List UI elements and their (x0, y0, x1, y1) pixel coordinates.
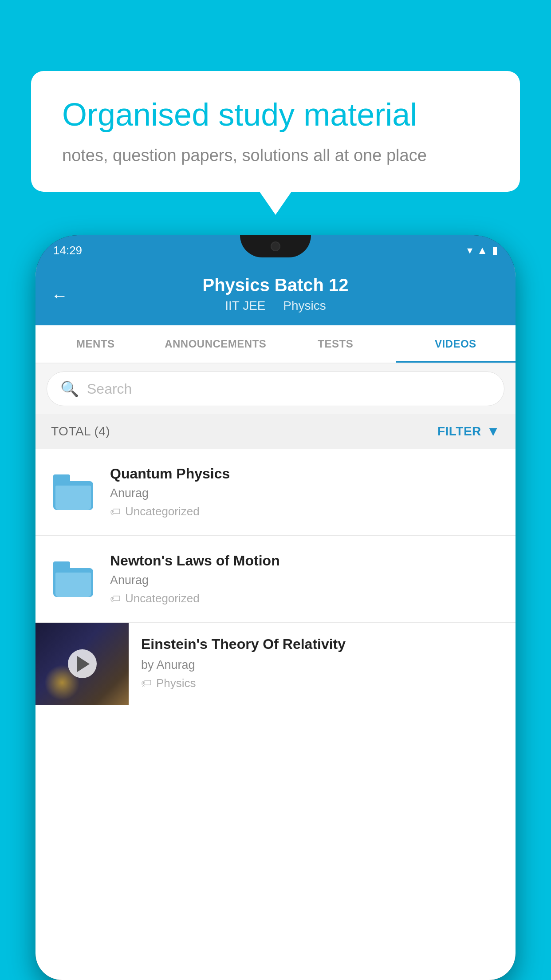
einstein-tag-text: Physics (156, 676, 196, 690)
status-time: 14:29 (53, 244, 82, 257)
back-button[interactable]: ← (51, 286, 68, 305)
einstein-author: by Anurag (141, 658, 504, 672)
phone-screen: ← Physics Batch 12 IIT JEE Physics MENTS… (35, 265, 516, 980)
search-box[interactable]: 🔍 Search (47, 371, 504, 406)
tag-iit-jee: IIT JEE (225, 299, 265, 312)
video-tag-text-newton: Uncategorized (125, 592, 200, 605)
einstein-info: Einstein's Theory Of Relativity by Anura… (129, 623, 516, 703)
tag-icon-quantum: 🏷 (110, 506, 121, 518)
video-tag-quantum: 🏷 Uncategorized (110, 505, 502, 518)
video-author-newton: Anurag (110, 573, 502, 587)
einstein-tag: 🏷 Physics (141, 676, 504, 690)
filter-funnel-icon: ▼ (487, 424, 500, 439)
bubble-title: Organised study material (62, 95, 489, 134)
folder-icon-quantum (53, 474, 93, 510)
filter-bar: TOTAL (4) FILTER ▼ (35, 414, 516, 449)
wifi-icon: ▾ (467, 244, 472, 257)
video-item-einstein[interactable]: Einstein's Theory Of Relativity by Anura… (35, 623, 516, 705)
video-thumb-newton (49, 561, 98, 597)
einstein-title: Einstein's Theory Of Relativity (141, 635, 504, 654)
tab-ments[interactable]: MENTS (35, 325, 156, 363)
filter-button[interactable]: FILTER ▼ (437, 424, 500, 439)
tag-icon-newton: 🏷 (110, 593, 121, 605)
total-count: TOTAL (4) (51, 424, 110, 439)
play-triangle-icon (77, 656, 90, 672)
video-thumb-quantum (49, 474, 98, 510)
video-info-newton: Newton's Laws of Motion Anurag 🏷 Uncateg… (110, 553, 502, 605)
tabs-container: MENTS ANNOUNCEMENTS TESTS VIDEOS (35, 325, 516, 364)
einstein-thumbnail (35, 623, 129, 705)
tab-videos[interactable]: VIDEOS (396, 325, 516, 363)
speech-bubble: Organised study material notes, question… (31, 71, 520, 192)
search-placeholder: Search (87, 381, 132, 397)
videos-list: Quantum Physics Anurag 🏷 Uncategorized (35, 449, 516, 705)
video-item-newton[interactable]: Newton's Laws of Motion Anurag 🏷 Uncateg… (35, 536, 516, 623)
app-header: ← Physics Batch 12 IIT JEE Physics (35, 265, 516, 325)
folder-icon-newton (53, 561, 93, 597)
filter-label: FILTER (437, 424, 481, 439)
video-info-quantum: Quantum Physics Anurag 🏷 Uncategorized (110, 466, 502, 518)
tab-announcements[interactable]: ANNOUNCEMENTS (156, 325, 276, 363)
video-author-quantum: Anurag (110, 486, 502, 500)
phone-notch (240, 235, 311, 257)
signal-icon: ▲ (477, 244, 488, 257)
header-title: Physics Batch 12 (53, 275, 498, 295)
tag-physics: Physics (283, 299, 326, 312)
video-tag-text-quantum: Uncategorized (125, 505, 200, 518)
header-tags: IIT JEE Physics (53, 299, 498, 313)
video-title-newton: Newton's Laws of Motion (110, 553, 502, 569)
battery-icon: ▮ (492, 244, 498, 257)
video-title-quantum: Quantum Physics (110, 466, 502, 482)
phone-frame: 14:29 ▾ ▲ ▮ ← Physics Batch 12 IIT JEE P… (35, 235, 516, 980)
status-icons: ▾ ▲ ▮ (467, 244, 498, 257)
speech-bubble-container: Organised study material notes, question… (31, 71, 520, 192)
search-container: 🔍 Search (35, 364, 516, 414)
bubble-subtitle: notes, question papers, solutions all at… (62, 146, 489, 165)
tab-tests[interactable]: TESTS (276, 325, 396, 363)
tag-icon-einstein: 🏷 (141, 677, 152, 689)
front-camera (271, 241, 280, 251)
search-icon: 🔍 (60, 380, 79, 398)
status-bar: 14:29 ▾ ▲ ▮ (35, 235, 516, 265)
video-tag-newton: 🏷 Uncategorized (110, 592, 502, 605)
play-button-einstein[interactable] (68, 649, 97, 678)
video-item-quantum[interactable]: Quantum Physics Anurag 🏷 Uncategorized (35, 449, 516, 536)
